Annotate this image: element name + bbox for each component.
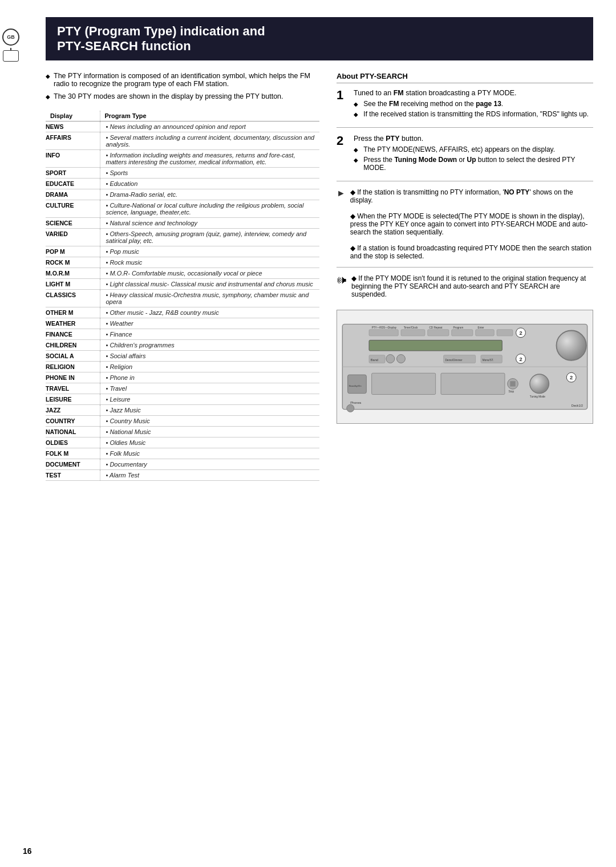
- table-cell-description: • Religion: [100, 362, 319, 372]
- table-cell-description: • Alarm Test: [100, 470, 319, 481]
- step-1-bullet-2: ◆ If the received station is transmittin…: [354, 110, 593, 118]
- table-cell-display: WEATHER: [46, 318, 100, 329]
- table-cell-description: • Folk Music: [100, 448, 319, 459]
- table-cell-description: • Sports: [100, 168, 319, 179]
- table-cell-display: VARIED: [46, 229, 100, 246]
- table-cell-display: JAZZ: [46, 405, 100, 416]
- diamond-icon-2: ◆: [46, 94, 50, 100]
- arrow-icon-1: ►: [337, 188, 346, 198]
- table-cell-description: • Several matters including a current in…: [100, 132, 319, 150]
- table-cell-display: OTHER M: [46, 307, 100, 318]
- table-cell-description: • Light classical music- Classical music…: [100, 279, 319, 290]
- step-2-bullet-1: ◆ The PTY MODE(NEWS, AFFAIRS, etc) appea…: [354, 145, 593, 153]
- left-column: ◆ The PTY information is composed of an …: [46, 72, 319, 481]
- table-row: EDUCATE• Education: [46, 179, 319, 189]
- table-row: NATIONAL• National Music: [46, 427, 319, 437]
- svg-rect-2: [369, 330, 398, 336]
- table-cell-description: • Information including weights and meas…: [100, 150, 319, 168]
- megaphone-icon: 🕪: [337, 274, 347, 286]
- table-cell-description: • Children's programmes: [100, 340, 319, 351]
- svg-point-20: [397, 355, 406, 363]
- svg-text:Enter: Enter: [477, 326, 484, 329]
- table-cell-description: • Jazz Music: [100, 405, 319, 416]
- table-row: JAZZ• Jazz Music: [46, 405, 319, 416]
- intro-section: ◆ The PTY information is composed of an …: [46, 72, 319, 100]
- svg-text:CD Repeat: CD Repeat: [429, 326, 443, 329]
- step-2-text: Press the PTY button.: [354, 135, 593, 143]
- table-row: TEST• Alarm Test: [46, 470, 319, 481]
- note-content-1: ◆ If the station is transmitting no PTY …: [350, 188, 593, 260]
- svg-text:2: 2: [570, 375, 573, 380]
- svg-rect-30: [441, 373, 505, 394]
- svg-text:Mono/ST.: Mono/ST.: [483, 359, 494, 362]
- table-row: POP M• Pop music: [46, 246, 319, 257]
- table-cell-display: M.O.R.M: [46, 268, 100, 279]
- table-cell-description: • Heavy classical music-Orchestra music,…: [100, 290, 319, 307]
- intro-item-2: ◆ The 30 PTY modes are shown in the disp…: [46, 92, 319, 100]
- svg-point-34: [530, 374, 549, 394]
- svg-text:2: 2: [519, 330, 522, 336]
- table-row: FOLK M• Folk Music: [46, 448, 319, 459]
- svg-text:Demo/Dimmer: Demo/Dimmer: [445, 359, 462, 362]
- table-row: INFO• Information including weights and …: [46, 150, 319, 168]
- table-cell-description: • Weather: [100, 318, 319, 329]
- step-1: 1 Tuned to an FM station broadcasting a …: [337, 89, 593, 120]
- table-cell-display: OLDIES: [46, 437, 100, 448]
- table-cell-display: NEWS: [46, 121, 100, 132]
- svg-point-39: [347, 404, 354, 412]
- table-cell-display: CHILDREN: [46, 340, 100, 351]
- table-row: NEWS• News including an announced opinio…: [46, 121, 319, 132]
- intro-item-1: ◆ The PTY information is composed of an …: [46, 72, 319, 88]
- table-row: CULTURE• Culture-National or local cultu…: [46, 200, 319, 218]
- table-cell-description: • Phone in: [100, 372, 319, 383]
- table-cell-description: • Natural science and technology: [100, 218, 319, 229]
- table-cell-description: • Education: [100, 179, 319, 189]
- table-row: DRAMA• Drama-Radio serial, etc.: [46, 189, 319, 200]
- page-number: 16: [23, 846, 32, 856]
- table-cell-display: DOCUMENT: [46, 459, 100, 470]
- table-cell-display: COUNTRY: [46, 416, 100, 427]
- about-title: About PTY-SEARCH: [337, 72, 593, 83]
- table-row: LIGHT M• Light classical music- Classica…: [46, 279, 319, 290]
- step-1-bullet-1: ◆ See the FM receiving method on the pag…: [354, 100, 593, 108]
- note-section-2: 🕪 ◆ If the PTY MODE isn't found it is re…: [337, 274, 593, 298]
- table-cell-description: • National Music: [100, 427, 319, 437]
- table-cell-display: FINANCE: [46, 329, 100, 340]
- svg-rect-27: [348, 375, 367, 394]
- svg-text:Stop: Stop: [509, 390, 514, 393]
- table-row: ROCK M• Rock music: [46, 257, 319, 268]
- table-row: FINANCE• Finance: [46, 329, 319, 340]
- table-cell-display: EDUCATE: [46, 179, 100, 189]
- title-box: PTY (Program Type) indication and PTY-SE…: [46, 17, 593, 60]
- svg-rect-29: [372, 373, 436, 394]
- svg-text:Program: Program: [453, 326, 463, 329]
- step-1-number: 1: [337, 89, 348, 102]
- table-cell-display: TEST: [46, 470, 100, 481]
- svg-rect-7: [497, 330, 513, 336]
- table-header-display: Display: [46, 111, 100, 121]
- note-section-1: ► ◆ If the station is transmitting no PT…: [337, 188, 593, 260]
- svg-text:2: 2: [519, 356, 522, 362]
- table-cell-display: DRAMA: [46, 189, 100, 200]
- table-row: M.O.R.M• M.O.R- Comfortable music, occas…: [46, 268, 319, 279]
- table-cell-display: TRAVEL: [46, 383, 100, 394]
- step-1-content: Tuned to an FM station broadcasting a PT…: [354, 89, 593, 120]
- step-2: 2 Press the PTY button. ◆ The PTY MODE(N…: [337, 135, 593, 174]
- diamond-icon-1: ◆: [46, 73, 50, 79]
- table-cell-display: POP M: [46, 246, 100, 257]
- table-cell-display: SPORT: [46, 168, 100, 179]
- svg-text:PTY—RDS—Display: PTY—RDS—Display: [372, 326, 397, 329]
- table-row: TRAVEL• Travel: [46, 383, 319, 394]
- step-2-bullet-2: ◆ Press the Tuning Mode Down or Up butto…: [354, 156, 593, 172]
- main-content: ◆ The PTY information is composed of an …: [46, 72, 593, 481]
- pty-table: Display Program Type NEWS• News includin…: [46, 111, 319, 481]
- table-cell-description: • Culture-National or local culture incl…: [100, 200, 319, 218]
- table-cell-display: INFO: [46, 150, 100, 168]
- table-cell-display: AFFAIRS: [46, 132, 100, 150]
- divider-2: [337, 181, 593, 181]
- table-cell-display: ROCK M: [46, 257, 100, 268]
- page-title: PTY (Program Type) indication and PTY-SE…: [57, 24, 582, 54]
- diamond-icon-5: ◆: [354, 147, 358, 153]
- table-row: VARIED• Others-Speech, amusing program (…: [46, 229, 319, 246]
- about-section: About PTY-SEARCH 1 Tuned to an FM statio…: [337, 72, 593, 298]
